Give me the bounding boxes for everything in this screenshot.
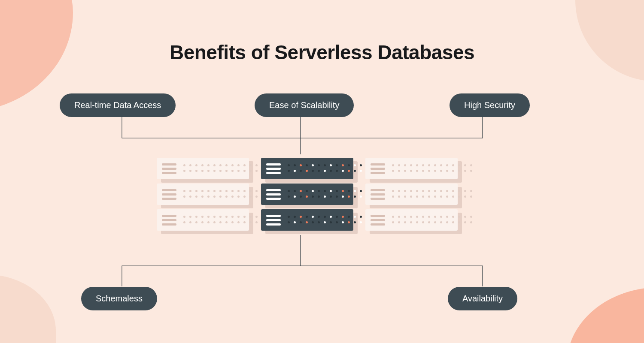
diagram-canvas: Benefits of Serverless Databases Real-ti… xyxy=(0,0,644,343)
server-stack-right xyxy=(365,158,458,235)
pill-ease-of-scalability: Ease of Scalability xyxy=(255,93,354,117)
server-unit-icon xyxy=(157,158,249,179)
bg-blob-bottom-left xyxy=(0,274,56,343)
server-unit-icon xyxy=(365,209,458,231)
server-stack-left xyxy=(157,158,249,235)
server-unit-icon xyxy=(261,184,353,205)
server-unit-icon xyxy=(261,158,353,179)
page-title: Benefits of Serverless Databases xyxy=(0,41,644,64)
server-unit-icon xyxy=(261,209,353,231)
server-unit-icon xyxy=(365,158,458,179)
server-unit-icon xyxy=(157,184,249,205)
pill-schemaless: Schemaless xyxy=(81,287,157,310)
bg-blob-bottom-right xyxy=(567,287,644,343)
pill-real-time-data-access: Real-time Data Access xyxy=(60,93,176,117)
pill-high-security: High Security xyxy=(450,93,530,117)
pill-availability: Availability xyxy=(448,287,517,310)
server-stack-center xyxy=(261,158,353,235)
server-unit-icon xyxy=(157,209,249,231)
server-unit-icon xyxy=(365,184,458,205)
